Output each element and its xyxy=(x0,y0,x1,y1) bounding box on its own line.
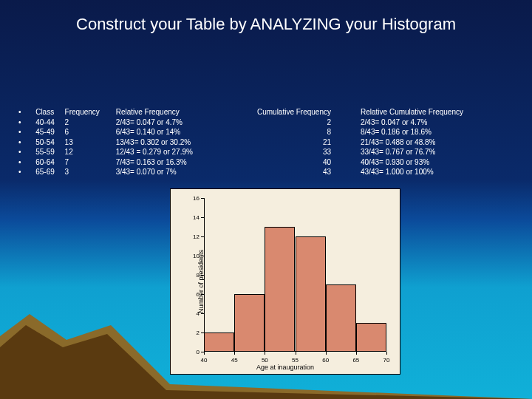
x-tick xyxy=(234,352,235,355)
x-tick xyxy=(356,352,357,355)
histogram-chart: Number of presidents Age at inauguration… xyxy=(170,188,400,375)
histogram-bar xyxy=(296,236,326,352)
y-tick xyxy=(201,217,204,218)
y-tick xyxy=(201,198,204,199)
frequency-table: • Class Frequency Relative Frequency Cum… xyxy=(18,107,517,177)
y-tick-label: 0 xyxy=(189,349,200,355)
plot-area: 024681012141640455055606570 xyxy=(204,198,386,352)
y-tick-label: 14 xyxy=(189,214,200,221)
table-row: •55-591212/43 = 0.279 or 27.9%3333/43= 0… xyxy=(18,147,517,157)
y-tick-label: 8 xyxy=(189,272,200,279)
y-tick xyxy=(201,313,204,314)
table-row: •65-6933/43= 0.070 or 7%4343/43= 1.000 o… xyxy=(18,167,517,177)
x-tick-label: 50 xyxy=(262,357,268,364)
col-relative-cumulative-frequency: Relative Cumulative Frequency xyxy=(361,107,517,117)
table-row: •40-4422/43= 0.047 or 4.7%22/43= 0.047 o… xyxy=(18,117,517,128)
slide-title: Construct your Table by ANALYZING your H… xyxy=(0,15,532,34)
histogram-bar xyxy=(356,323,386,352)
x-tick-label: 40 xyxy=(201,357,208,364)
y-tick-label: 10 xyxy=(189,253,200,259)
x-tick xyxy=(265,352,265,355)
x-tick-label: 45 xyxy=(231,357,238,364)
y-axis xyxy=(204,198,205,352)
table-row: •60-6477/43= 0.163 or 16.3%4040/43= 0.93… xyxy=(18,157,517,168)
x-tick xyxy=(204,352,205,355)
y-tick xyxy=(201,294,204,295)
histogram-bar xyxy=(326,284,356,352)
y-tick-label: 16 xyxy=(189,195,200,202)
x-axis-label: Age at inauguration xyxy=(171,364,400,371)
table-row: •45-4966/43= 0.140 or 14%88/43= 0.186 or… xyxy=(18,127,517,137)
x-tick-label: 60 xyxy=(322,357,329,364)
col-relative-frequency: Relative Frequency xyxy=(116,107,229,117)
y-tick xyxy=(201,236,204,237)
x-tick-label: 65 xyxy=(352,357,359,364)
x-tick-label: 55 xyxy=(292,357,299,364)
bullet-icon: • xyxy=(18,107,35,117)
table-row: •50-541313/43= 0.302 or 30.2%2121/43= 0.… xyxy=(18,137,517,148)
table-header-row: • Class Frequency Relative Frequency Cum… xyxy=(18,107,517,117)
y-tick-label: 6 xyxy=(189,291,200,298)
histogram-bar xyxy=(234,294,265,352)
y-tick-label: 4 xyxy=(189,310,200,317)
y-tick-label: 12 xyxy=(189,233,200,240)
histogram-bar xyxy=(265,227,295,352)
x-tick-label: 70 xyxy=(383,357,390,364)
y-tick xyxy=(201,256,204,256)
y-tick xyxy=(201,275,204,276)
col-cumulative-frequency: Cumulative Frequency xyxy=(229,107,361,117)
col-class: Class xyxy=(35,107,64,117)
x-tick xyxy=(296,352,296,355)
histogram-bar xyxy=(204,332,234,352)
x-tick xyxy=(326,352,327,355)
x-tick xyxy=(386,352,387,355)
y-tick-label: 2 xyxy=(189,330,200,336)
col-frequency: Frequency xyxy=(65,107,116,117)
